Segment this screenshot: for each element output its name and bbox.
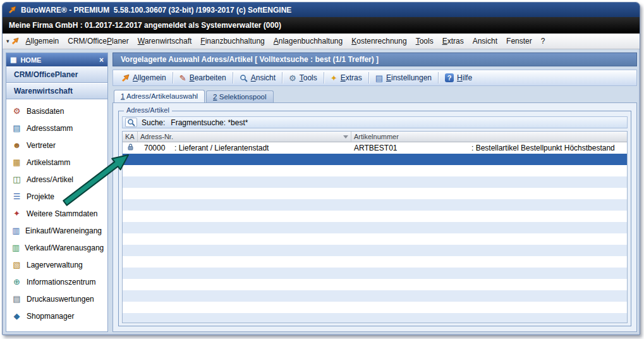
- menu-allgemein[interactable]: Allgemein: [21, 34, 64, 48]
- extras-button[interactable]: ✦Extras: [325, 72, 367, 83]
- projekte-icon: ☰: [12, 192, 21, 200]
- toolbar-button-label: Allgemein: [133, 73, 166, 82]
- bearbeiten-button[interactable]: ✎Bearbeiten: [174, 72, 231, 83]
- sidebar-sections: CRM/OfficePlanerWarenwirtschaft: [6, 66, 107, 99]
- tab-1-adress-artikelauswahl[interactable]: 1 Adress/Artikelauswahl: [114, 90, 205, 102]
- toolbar: Allgemein✎BearbeitenAnsicht⚙Tools✦Extras…: [112, 70, 637, 86]
- empty-row[interactable]: [123, 165, 627, 176]
- toolbar-button-label: Bearbeiten: [190, 73, 226, 82]
- sidebar-item-basisdaten[interactable]: ⚙Basisdaten: [6, 102, 107, 120]
- menu-tools[interactable]: Tools: [411, 34, 438, 48]
- toolbar-separator: [438, 72, 439, 83]
- sidebar-item-label: Basisdaten: [27, 107, 64, 116]
- sidebar-item-adress-artikel[interactable]: ◫Adress/Artikel: [6, 171, 107, 188]
- menu-item[interactable]: ?: [537, 34, 550, 48]
- druckauswertungen-icon: ▤: [12, 295, 21, 303]
- table-body: 70000: Lieferant / LieferantenstadtARTBE…: [123, 142, 627, 323]
- close-icon[interactable]: ×: [99, 56, 104, 65]
- chevron-down-icon[interactable]: ▾: [6, 38, 9, 44]
- ansicht-button[interactable]: Ansicht: [234, 72, 281, 83]
- empty-row[interactable]: [123, 199, 627, 211]
- sidebar-item-informationszentrum[interactable]: ⊕Informationszentrum: [6, 273, 107, 290]
- sidebar-item-shopmanager[interactable]: ◆Shopmanager: [6, 307, 107, 324]
- tab-content: Adress/Artikel Suche: Fragmentsuche: *be…: [112, 102, 637, 332]
- menu-logo-arrow-icon: [11, 37, 19, 45]
- empty-row[interactable]: [123, 222, 627, 233]
- titlebar[interactable]: BüroWARE® - PREMIUM 5.58.100.30607 (32-b…: [3, 3, 640, 17]
- column-label: Artikelnummer: [354, 133, 399, 140]
- tab-2-selektionspool[interactable]: 2 Selektionspool: [206, 90, 273, 102]
- sidebar-item-label: Vertreter: [27, 141, 56, 150]
- search-bar[interactable]: Suche: Fragmentsuche: *best*: [122, 116, 628, 128]
- app-body: ▦ HOME × CRM/OfficePlanerWarenwirtschaft…: [3, 49, 640, 335]
- sidebar-item-label: Einkauf/Wareneingang: [25, 226, 102, 235]
- empty-row[interactable]: [123, 290, 627, 302]
- toolbar-button-label: Tools: [300, 73, 317, 82]
- tab-bar: 1 Adress/Artikelauswahl2 Selektionspool: [112, 90, 637, 102]
- sidebar-item-artikelstamm[interactable]: ▦Artikelstamm: [6, 154, 107, 171]
- column-header-ka[interactable]: KA: [123, 132, 138, 142]
- einkauf-wareneingang-icon: ▥: [12, 226, 20, 235]
- sidebar-item-weitere-stammdaten[interactable]: ✦Weitere Stammdaten: [6, 205, 107, 222]
- sidebar-item-vertreter[interactable]: ☻Vertreter: [6, 137, 107, 154]
- search-label: Suche:: [142, 118, 165, 127]
- empty-row[interactable]: [123, 245, 627, 256]
- adressstamm-icon: ▤: [12, 124, 21, 132]
- empty-row[interactable]: [123, 313, 627, 323]
- sidebar-home-panel: ▦ HOME × CRM/OfficePlanerWarenwirtschaft…: [6, 52, 108, 332]
- empty-row[interactable]: [123, 233, 627, 245]
- column-header-artikelnummer[interactable]: Artikelnummer: [351, 132, 627, 142]
- menu-finanzbuchhaltung[interactable]: Finanzbuchhaltung: [196, 34, 269, 48]
- empty-row[interactable]: [123, 211, 627, 222]
- adress-nr-value: 70000: [138, 144, 174, 152]
- view-title: Vorgelagerte Auswahl Adress/Artikel [ Vo…: [121, 55, 379, 64]
- adress-artikel-icon: ◫: [12, 175, 21, 183]
- sidebar-item-label: Projekte: [27, 192, 54, 201]
- hilfe-button[interactable]: ?Hilfe: [440, 72, 477, 83]
- sparkle-icon: ✦: [331, 74, 337, 82]
- sidebar-item-einkauf-wareneingang[interactable]: ▥Einkauf/Wareneingang: [6, 222, 107, 239]
- gear-icon: ⚙: [289, 74, 296, 82]
- adress-cell: 70000: Lieferant / Lieferantenstadt: [138, 144, 351, 152]
- selected-row[interactable]: [123, 154, 627, 165]
- menu-warenwirtschaft[interactable]: Warenwirtschaft: [133, 34, 197, 48]
- empty-row[interactable]: [123, 176, 627, 188]
- sidebar-item-adressstamm[interactable]: ▤Adressstamm: [6, 120, 107, 137]
- sidebar-item-label: Weitere Stammdaten: [27, 209, 98, 218]
- empty-row[interactable]: [123, 188, 627, 199]
- sidebar-section-warenwirtschaft[interactable]: Warenwirtschaft: [6, 83, 107, 99]
- main-area: Vorgelagerte Auswahl Adress/Artikel [ Vo…: [112, 52, 637, 332]
- search-icon[interactable]: [125, 118, 137, 127]
- allgemein-button[interactable]: Allgemein: [116, 72, 171, 83]
- menu-ansicht[interactable]: Ansicht: [468, 34, 502, 48]
- empty-row[interactable]: [123, 302, 627, 313]
- menu-extras[interactable]: Extras: [438, 34, 468, 48]
- toolbar-separator: [173, 72, 173, 83]
- menu-anlagenbuchhaltung[interactable]: Anlagenbuchhaltung: [269, 34, 347, 48]
- artikelstamm-icon: ▦: [12, 158, 21, 166]
- sidebar-item-lagerverwaltung[interactable]: ▧Lagerverwaltung: [6, 256, 107, 273]
- shopmanager-icon: ◆: [12, 312, 21, 320]
- menu-kostenrechnung[interactable]: Kostenrechnung: [347, 34, 411, 48]
- sidebar-section-crm-officeplaner[interactable]: CRM/OfficePlaner: [6, 66, 107, 83]
- sidebar-item-verkauf-warenausgang[interactable]: ▥Verkauf/Warenausgang: [6, 239, 107, 256]
- einstellungen-button[interactable]: ▤Einstellungen: [370, 72, 437, 83]
- sidebar-item-projekte[interactable]: ☰Projekte: [6, 188, 107, 205]
- tools-button[interactable]: ⚙Tools: [284, 72, 322, 83]
- menu-fenster[interactable]: Fenster: [502, 34, 537, 48]
- sidebar-item-druckauswertungen[interactable]: ▤Druckauswertungen: [6, 290, 107, 307]
- home-panel-icon: ▦: [10, 56, 16, 64]
- empty-row[interactable]: [123, 279, 627, 290]
- sidebar-header[interactable]: ▦ HOME ×: [6, 53, 107, 66]
- sidebar-item-label: Artikelstamm: [27, 158, 70, 167]
- empty-row[interactable]: [123, 256, 627, 268]
- weitere-stammdaten-icon: ✦: [12, 209, 21, 218]
- column-header-adress-nr[interactable]: Adress-Nr.: [138, 132, 351, 142]
- menu-crm-officeplaner[interactable]: CRM/OfficePlaner: [63, 34, 133, 48]
- toolbar-button-label: Hilfe: [457, 73, 472, 82]
- sidebar-item-list: ⚙Basisdaten▤Adressstamm☻Vertreter▦Artike…: [6, 99, 107, 331]
- empty-row[interactable]: [123, 268, 627, 279]
- result-row[interactable]: 70000: Lieferant / LieferantenstadtARTBE…: [123, 142, 627, 154]
- toolbar-button-label: Extras: [341, 73, 362, 82]
- app-window: BüroWARE® - PREMIUM 5.58.100.30607 (32-b…: [2, 2, 640, 335]
